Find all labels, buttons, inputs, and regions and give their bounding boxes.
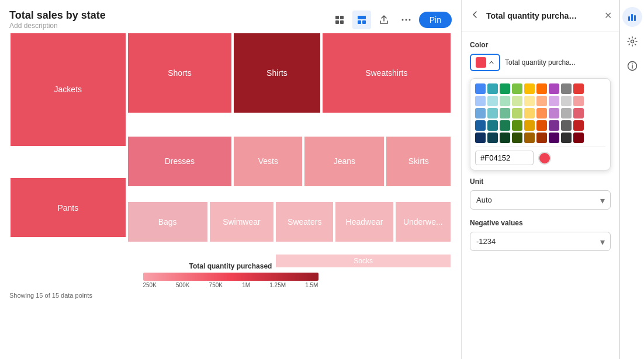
palette-color-swatch[interactable] [487, 83, 498, 94]
palette-color-swatch[interactable] [475, 83, 486, 94]
palette-color-swatch[interactable] [549, 108, 559, 118]
palette-color-swatch[interactable] [536, 96, 547, 106]
palette-color-swatch[interactable] [561, 133, 572, 143]
palette-color-swatch[interactable] [549, 96, 559, 106]
palette-color-swatch[interactable] [536, 108, 547, 118]
palette-color-swatch[interactable] [487, 133, 498, 143]
treemap-cell-swimwear[interactable]: Swimwear [209, 201, 275, 243]
legend-label: 1.25M [269, 282, 286, 288]
treemap-cell-socks[interactable]: Socks [275, 253, 452, 268]
color-swatch-button[interactable] [470, 54, 500, 71]
legend-label: 500K [176, 282, 189, 288]
negative-values-dropdown[interactable]: -1234 [470, 232, 611, 251]
palette-color-swatch[interactable] [549, 133, 559, 143]
palette-color-swatch[interactable] [536, 120, 547, 131]
palette-color-swatch[interactable] [475, 96, 486, 106]
palette-color-swatch[interactable] [549, 120, 559, 131]
svg-point-9 [408, 19, 410, 20]
palette-color-swatch[interactable] [524, 96, 535, 106]
palette-color-swatch[interactable] [536, 83, 547, 94]
unit-dropdown[interactable]: Auto [470, 190, 611, 210]
palette-row [475, 96, 605, 106]
treemap-cell-pants[interactable]: Pants [9, 177, 127, 239]
treemap-cell-shirts[interactable]: Shirts [233, 32, 321, 114]
close-button[interactable]: ✕ [604, 10, 612, 21]
palette-color-swatch[interactable] [512, 108, 522, 118]
svg-rect-10 [628, 16, 630, 21]
svg-rect-4 [358, 16, 366, 19]
palette-color-swatch[interactable] [549, 83, 559, 94]
palette-color-swatch[interactable] [524, 120, 535, 131]
legend-label: 750K [209, 282, 223, 288]
palette-color-swatch[interactable] [475, 133, 486, 143]
treemap-cell-jackets[interactable]: Jackets [9, 32, 127, 147]
palette-color-swatch[interactable] [561, 108, 572, 118]
current-color-circle [538, 152, 551, 165]
treemap-cell-headwear[interactable]: Headwear [334, 201, 394, 243]
grid-view-button[interactable] [330, 11, 349, 29]
legend-label: 1M [242, 282, 250, 288]
treemap-cell-sweaters[interactable]: Sweaters [275, 201, 334, 243]
palette-color-swatch[interactable] [524, 108, 535, 118]
palette-color-swatch[interactable] [512, 96, 522, 106]
palette-color-swatch[interactable] [561, 96, 572, 106]
palette-color-swatch[interactable] [573, 120, 584, 131]
palette-color-swatch[interactable] [561, 83, 572, 94]
palette-color-swatch[interactable] [524, 133, 535, 143]
treemap-cell-shorts[interactable]: Shorts [127, 32, 233, 114]
treemap-chart: JacketsShortsShirtsSweatshirtsPantsDress… [9, 32, 452, 260]
layout-view-button[interactable] [352, 11, 371, 29]
chart-icon-button[interactable] [622, 7, 642, 27]
treemap-cell-vests[interactable]: Vests [233, 135, 303, 187]
treemap-cell-dresses[interactable]: Dresses [127, 135, 233, 187]
chart-description[interactable]: Add description [9, 22, 106, 30]
palette-color-swatch[interactable] [573, 96, 584, 106]
palette-color-swatch[interactable] [573, 133, 584, 143]
treemap-cell-sweatshirts[interactable]: Sweatshirts [321, 32, 452, 114]
palette-color-swatch[interactable] [500, 120, 510, 131]
svg-point-15 [632, 64, 633, 65]
palette-color-swatch[interactable] [512, 120, 522, 131]
palette-color-swatch[interactable] [487, 96, 498, 106]
palette-color-swatch[interactable] [561, 120, 572, 131]
palette-color-swatch[interactable] [475, 108, 486, 118]
treemap-cell-underwe---[interactable]: Underwe... [394, 201, 452, 243]
palette-color-swatch[interactable] [500, 96, 510, 106]
palette-row [475, 133, 605, 143]
svg-rect-2 [335, 20, 339, 24]
treemap-cell-bags[interactable]: Bags [127, 201, 209, 243]
palette-color-swatch[interactable] [475, 120, 486, 131]
svg-rect-1 [340, 16, 344, 19]
color-value-label: Total quantity purcha... [505, 58, 576, 67]
chevron-up-icon [489, 60, 494, 65]
palette-color-swatch[interactable] [536, 133, 547, 143]
svg-rect-11 [631, 14, 633, 21]
palette-color-swatch[interactable] [512, 133, 522, 143]
palette-row [475, 120, 605, 131]
grid-icon [335, 15, 344, 25]
legend-bar-container [143, 273, 318, 281]
pin-button[interactable]: Pin [419, 12, 452, 28]
color-picker-trigger: Total quantity purcha... [470, 54, 611, 71]
more-options-button[interactable] [397, 11, 416, 29]
palette-color-swatch[interactable] [487, 120, 498, 131]
settings-icon-button[interactable] [622, 32, 642, 51]
palette-color-swatch[interactable] [500, 83, 510, 94]
palette-color-swatch[interactable] [500, 108, 510, 118]
palette-color-swatch[interactable] [512, 83, 522, 94]
svg-rect-5 [358, 20, 361, 24]
unit-section: Unit Auto [470, 177, 611, 210]
hex-color-input[interactable] [475, 151, 534, 165]
palette-color-swatch[interactable] [573, 108, 584, 118]
palette-color-swatch[interactable] [500, 133, 510, 143]
palette-color-swatch[interactable] [487, 108, 498, 118]
share-icon [379, 15, 389, 25]
treemap-cell-skirts[interactable]: Skirts [385, 135, 452, 187]
share-button[interactable] [375, 11, 393, 29]
info-icon-button[interactable] [622, 56, 642, 76]
main-panel: Total sales by state Add description [0, 0, 462, 359]
palette-color-swatch[interactable] [573, 83, 584, 94]
palette-color-swatch[interactable] [524, 83, 535, 94]
treemap-cell-jeans[interactable]: Jeans [303, 135, 385, 187]
back-button[interactable] [469, 8, 482, 23]
